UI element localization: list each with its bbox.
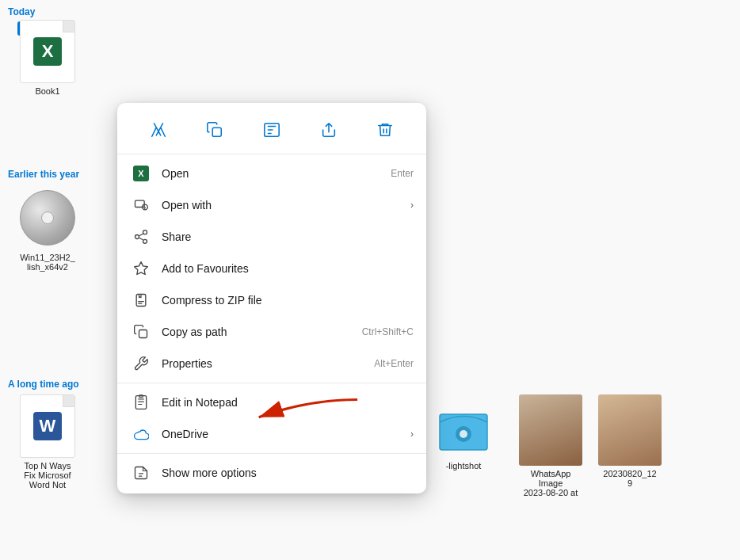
notepad-icon	[130, 391, 152, 413]
menu-label-open-with: Open with	[162, 199, 404, 211]
disc-center	[41, 211, 54, 224]
svg-point-7	[143, 230, 147, 234]
svg-rect-12	[135, 396, 146, 410]
share-icon	[130, 226, 152, 248]
open-with-icon	[130, 194, 152, 216]
excel-mini-icon: X	[133, 166, 149, 181]
open-icon: X	[130, 162, 152, 185]
onedrive-icon	[130, 423, 152, 445]
context-menu-toolbar	[117, 108, 426, 154]
menu-item-show-more[interactable]: Show more options	[117, 457, 426, 489]
menu-item-open[interactable]: X Open Enter	[117, 158, 426, 189]
copy-path-icon	[130, 321, 152, 343]
menu-label-show-more: Show more options	[162, 467, 414, 479]
cut-button[interactable]	[143, 114, 174, 146]
menu-item-copy-path[interactable]: Copy as path Ctrl+Shift+C	[117, 316, 426, 348]
share-toolbar-button[interactable]	[313, 114, 345, 146]
context-menu: X Open Enter Open with › Share Add to Fa…	[117, 103, 426, 493]
menu-item-share[interactable]: Share	[117, 221, 426, 253]
divider-2	[117, 453, 426, 454]
file-item-whatsapp[interactable]: WhatsAppImage2023-08-20 at	[519, 394, 582, 497]
excel-badge: X	[33, 37, 62, 66]
whatsapp-image-thumb	[519, 394, 582, 466]
file-label-whatsapp: WhatsAppImage2023-08-20 at	[524, 469, 578, 497]
menu-label-compress-zip: Compress to ZIP file	[162, 294, 414, 307]
file-item-disc[interactable]: Win11_23H2_lish_x64v2	[8, 186, 87, 272]
svg-point-2	[460, 430, 467, 438]
properties-icon	[130, 352, 152, 375]
menu-label-add-favourites: Add to Favourites	[162, 262, 414, 275]
menu-item-onedrive[interactable]: OneDrive ›	[117, 418, 426, 450]
disc-icon	[20, 190, 75, 246]
show-more-icon	[130, 462, 152, 484]
lightshot-icon	[432, 394, 495, 458]
properties-shortcut: Alt+Enter	[374, 358, 414, 369]
word-badge: W	[33, 412, 62, 440]
section-label-today: Today	[8, 6, 35, 17]
svg-rect-3	[213, 128, 222, 136]
file-item-book1[interactable]: X Book1	[8, 20, 87, 96]
open-with-arrow: ›	[410, 200, 414, 211]
file-label-book1: Book1	[35, 86, 59, 96]
menu-item-compress-zip[interactable]: Compress to ZIP file	[117, 284, 426, 316]
excel-file-icon: X	[20, 20, 75, 83]
menu-label-copy-path: Copy as path	[162, 326, 356, 338]
menu-label-onedrive: OneDrive	[162, 428, 404, 440]
file-item-word[interactable]: W Top N WaysFix MicrosofTop N Ways Fix M…	[8, 394, 87, 490]
menu-label-share: Share	[162, 230, 414, 243]
copy-button[interactable]	[199, 114, 231, 146]
open-shortcut: Enter	[391, 168, 414, 179]
menu-label-properties: Properties	[162, 357, 368, 370]
section-label-earlier: Earlier this year	[8, 169, 79, 180]
zip-icon	[130, 289, 152, 311]
menu-label-edit-notepad: Edit in Notepad	[162, 396, 414, 409]
file-item-lightshot[interactable]: -lightshot	[432, 394, 495, 470]
file-label-lightshot: -lightshot	[446, 461, 482, 470]
section-label-longtime: A long time ago	[8, 379, 79, 390]
photo2-thumb	[598, 394, 662, 466]
menu-item-open-with[interactable]: Open with ›	[117, 189, 426, 221]
menu-item-edit-notepad[interactable]: Edit in Notepad	[117, 387, 426, 418]
svg-rect-11	[139, 330, 147, 338]
delete-button[interactable]	[369, 114, 401, 146]
file-label-disc: Win11_23H2_lish_x64v2	[20, 253, 75, 272]
rename-button[interactable]	[256, 114, 288, 146]
file-item-photo2[interactable]: 20230820_129	[598, 394, 662, 488]
svg-point-8	[135, 235, 139, 239]
menu-item-add-favourites[interactable]: Add to Favourites	[117, 253, 426, 284]
onedrive-arrow: ›	[410, 429, 414, 440]
menu-label-open: Open	[162, 167, 384, 180]
word-file-icon: W	[20, 394, 75, 458]
star-icon	[130, 257, 152, 280]
file-label-word: Top N WaysFix MicrosofTop N Ways Fix Mic…	[24, 461, 71, 490]
svg-point-9	[143, 239, 147, 243]
divider-1	[117, 383, 426, 383]
menu-item-properties[interactable]: Properties Alt+Enter	[117, 348, 426, 379]
file-label-photo2: 20230820_129	[603, 469, 656, 488]
copy-path-shortcut: Ctrl+Shift+C	[362, 326, 414, 337]
